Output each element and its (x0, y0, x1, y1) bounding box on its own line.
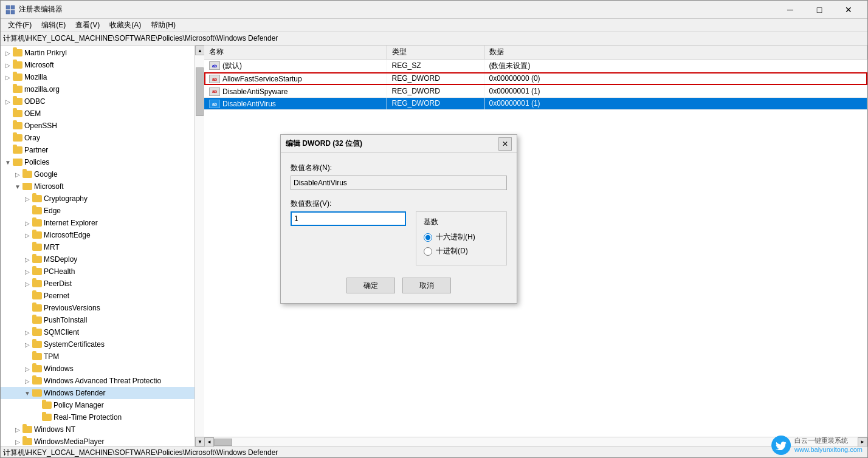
tree-node-cryptography[interactable]: ▷ Cryptography (1, 193, 195, 205)
title-bar-left: 注册表编辑器 (5, 4, 63, 15)
radio-hex[interactable] (424, 233, 432, 242)
expand-icon-sqmclient: ▷ (22, 327, 32, 337)
tree-label-wmplayer: WindowsMediaPlayer (34, 437, 104, 446)
folder-icon-openssh (13, 121, 22, 130)
tree-node-pushtoinstall[interactable]: ▷ PushToInstall (1, 314, 195, 326)
scroll-up-btn[interactable]: ▲ (195, 46, 204, 55)
folder-icon-pchealth (32, 267, 42, 276)
watermark-site: www.baiyunxitong.com (794, 445, 863, 454)
tree-node-msedge[interactable]: ▷ MicrosoftEdge (1, 229, 195, 241)
table-row[interactable]: ab DisableAntiVirus REG_DWORD 0x00000001… (204, 97, 867, 110)
tree-node-previousversions[interactable]: ▷ PreviousVersions (1, 302, 195, 314)
tree-label-wat: Windows Advanced Threat Protectio (44, 377, 161, 385)
folder-icon-previousversions (32, 304, 42, 312)
h-scrollbar[interactable]: ◄ ► (204, 437, 867, 446)
radio-dec-label: 十进制(D) (436, 246, 468, 256)
tree-scrollbar[interactable]: ▲ ▼ (195, 46, 204, 446)
window-controls: ─ □ ✕ (776, 1, 863, 19)
scroll-thumb[interactable] (196, 67, 204, 116)
watermark-logo (771, 436, 791, 455)
expand-icon-wd: ▼ (22, 388, 32, 398)
cell-type-antispyware: REG_DWORD (387, 85, 484, 98)
folder-icon-policies (13, 158, 22, 166)
dialog-close-button[interactable]: ✕ (498, 137, 512, 151)
tree-node-microsoft[interactable]: ▷ Microsoft (1, 59, 195, 71)
status-bar: 计算机\HKEY_LOCAL_MACHINE\SOFTWARE\Policies… (1, 446, 867, 458)
radio-hex-row: 十六进制(H) (424, 232, 499, 242)
tree-node-openssh[interactable]: ▷ OpenSSH (1, 120, 195, 132)
dialog-cancel-button[interactable]: 取消 (402, 278, 451, 293)
expand-icon-mozilla: ▷ (3, 72, 13, 82)
radio-dec[interactable] (424, 247, 432, 256)
tree-list: ▷ Martin Prikryl ▷ Microsoft ▷ Mozilla (1, 46, 195, 446)
folder-icon-edge (32, 207, 42, 215)
menu-favorites[interactable]: 收藏夹(A) (105, 19, 146, 32)
cell-data-default: (数值未设置) (484, 59, 867, 72)
tree-node-martin[interactable]: ▷ Martin Prikryl (1, 47, 195, 59)
tree-node-wat[interactable]: ▷ Windows Advanced Threat Protectio (1, 375, 195, 387)
folder-icon-wmplayer (22, 437, 32, 446)
table-row[interactable]: ab DisableAntiSpyware REG_DWORD 0x000000… (204, 85, 867, 98)
dialog-name-input[interactable] (291, 176, 507, 190)
row-name-default: (默认) (222, 61, 242, 71)
tree-label-martin: Martin Prikryl (24, 49, 67, 57)
expand-icon-msdeploy: ▷ (22, 255, 32, 264)
menu-edit[interactable]: 编辑(E) (36, 19, 71, 32)
row-name-allowfast: AllowFastServiceStartup (222, 75, 302, 83)
tree-label-mozilla: Mozilla (24, 73, 47, 81)
tree-node-google[interactable]: ▷ Google (1, 168, 195, 180)
menu-view[interactable]: 查看(V) (71, 19, 105, 32)
close-button[interactable]: ✕ (835, 1, 863, 19)
expand-icon-google: ▷ (13, 169, 22, 179)
tree-node-wd[interactable]: ▼ Windows Defender (1, 387, 195, 399)
tree-node-sqmclient[interactable]: ▷ SQMClient (1, 326, 195, 338)
table-row[interactable]: ab (默认) REG_SZ (数值未设置) (204, 59, 867, 72)
tree-node-windowsnt[interactable]: ▷ Windows NT (1, 423, 195, 436)
menu-file[interactable]: 文件(F) (3, 19, 36, 32)
app-icon (5, 5, 15, 15)
folder-icon-martin (13, 49, 22, 57)
tree-node-policies[interactable]: ▼ Policies (1, 156, 195, 168)
tree-panel: ▷ Martin Prikryl ▷ Microsoft ▷ Mozilla (1, 46, 204, 446)
tree-node-oray[interactable]: ▷ Oray (1, 132, 195, 144)
tree-node-windows[interactable]: ▷ Windows (1, 363, 195, 375)
tree-node-peernet[interactable]: ▷ Peernet (1, 290, 195, 302)
table-row[interactable]: ab AllowFastServiceStartup REG_DWORD 0x0… (204, 72, 867, 85)
tree-node-systemcerts[interactable]: ▷ SystemCertificates (1, 338, 195, 350)
tree-node-msdeploy[interactable]: ▷ MSDeploy (1, 253, 195, 265)
maximize-button[interactable]: □ (805, 1, 833, 19)
tree-node-mozillaorg[interactable]: ▷ mozilla.org (1, 83, 195, 95)
menu-help[interactable]: 帮助(H) (146, 19, 181, 32)
dialog-base-label: 基数 (424, 217, 499, 227)
registry-table: 名称 类型 数据 ab (默认) (204, 46, 867, 110)
tree-node-pchealth[interactable]: ▷ PCHealth (1, 265, 195, 278)
tree-node-oem[interactable]: ▷ OEM (1, 108, 195, 120)
tree-node-microsoft2[interactable]: ▼ Microsoft (1, 180, 195, 193)
dialog-name-label: 数值名称(N): (291, 163, 507, 173)
tree-node-mozilla[interactable]: ▷ Mozilla (1, 71, 195, 83)
folder-icon-sqmclient (32, 328, 42, 337)
dialog-value-input[interactable] (291, 211, 406, 226)
folder-icon-mrt (32, 243, 42, 251)
scroll-track (195, 55, 204, 437)
dialog-ok-button[interactable]: 确定 (346, 278, 395, 293)
tree-node-wmplayer[interactable]: ▷ WindowsMediaPlayer (1, 436, 195, 446)
tree-node-tpm[interactable]: ▷ TPM (1, 350, 195, 363)
tree-node-peerdist[interactable]: ▷ PeerDist (1, 278, 195, 290)
minimize-button[interactable]: ─ (776, 1, 804, 19)
tree-node-odbc[interactable]: ▷ ODBC (1, 95, 195, 108)
tree-node-edge[interactable]: ▷ Edge (1, 205, 195, 217)
tree-node-policymgr[interactable]: ▷ Policy Manager (1, 399, 195, 411)
scroll-down-btn[interactable]: ▼ (195, 437, 204, 446)
tree-node-mrt[interactable]: ▷ MRT (1, 241, 195, 253)
tree-node-ie[interactable]: ▷ Internet Explorer (1, 217, 195, 229)
address-path: 计算机\HKEY_LOCAL_MACHINE\SOFTWARE\Policies… (3, 33, 278, 44)
tree-node-partner[interactable]: ▷ Partner (1, 144, 195, 156)
hscroll-thumb[interactable] (214, 439, 232, 446)
tree-label-oem: OEM (24, 109, 41, 118)
expand-icon-ie: ▷ (22, 218, 32, 228)
hscroll-left-btn[interactable]: ◄ (204, 437, 214, 447)
tree-node-rtprotect[interactable]: ▷ Real-Time Protection (1, 411, 195, 423)
expand-icon-wmplayer: ▷ (13, 437, 22, 446)
expand-icon-microsoft2: ▼ (13, 182, 22, 191)
